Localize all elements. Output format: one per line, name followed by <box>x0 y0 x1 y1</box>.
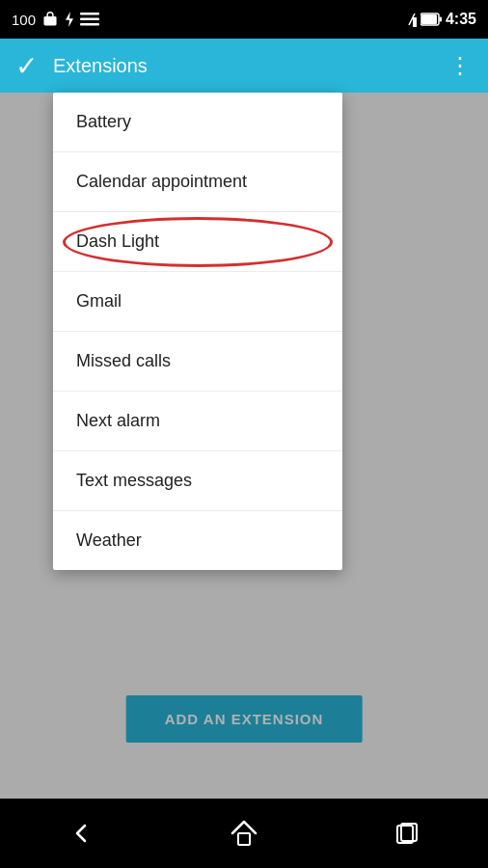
dropdown-item-calendar[interactable]: Calendar appointment <box>53 152 342 212</box>
toolbar-title: Extensions <box>53 55 448 77</box>
bars-icon <box>80 13 99 26</box>
home-button[interactable] <box>229 818 259 849</box>
dropdown-item-weather[interactable]: Weather <box>53 511 342 570</box>
check-button[interactable]: ✓ <box>15 50 38 82</box>
dropdown-item-dashlight[interactable]: Dash Light <box>53 212 342 272</box>
toolbar: ✓ Extensions ⋮ <box>0 39 488 93</box>
dropdown-item-missedcalls[interactable]: Missed calls <box>53 332 342 392</box>
dropdown-item-textmessages[interactable]: Text messages <box>53 451 342 511</box>
svg-rect-9 <box>238 833 250 845</box>
battery-status-icon <box>420 13 442 26</box>
svg-rect-7 <box>421 14 437 24</box>
svg-rect-5 <box>413 17 417 27</box>
svg-rect-4 <box>80 23 99 26</box>
dropdown-menu: Battery Calendar appointment Dash Light … <box>53 93 342 570</box>
back-button[interactable] <box>66 818 96 849</box>
svg-rect-0 <box>43 16 56 25</box>
svg-marker-1 <box>66 12 73 27</box>
home-icon <box>229 818 259 849</box>
status-bar: 100 4:35 <box>0 0 488 39</box>
battery-level: 100 <box>12 12 36 28</box>
more-button[interactable]: ⋮ <box>448 52 473 79</box>
dropdown-item-gmail[interactable]: Gmail <box>53 272 342 332</box>
recent-button[interactable] <box>392 818 422 849</box>
status-time: 4:35 <box>446 11 476 28</box>
status-bar-right: 4:35 <box>401 11 476 28</box>
dropdown-item-nextalarm[interactable]: Next alarm <box>53 392 342 451</box>
signal-icon <box>401 12 417 27</box>
status-bar-left: 100 <box>12 12 99 28</box>
nav-bar <box>0 799 488 868</box>
bolt-icon <box>65 12 74 27</box>
svg-rect-8 <box>439 17 442 22</box>
svg-rect-2 <box>80 13 99 15</box>
svg-rect-3 <box>80 18 99 21</box>
dropdown-item-battery[interactable]: Battery <box>53 93 342 152</box>
briefcase-icon <box>41 12 59 27</box>
recent-icon <box>392 818 422 849</box>
back-icon <box>66 818 96 849</box>
